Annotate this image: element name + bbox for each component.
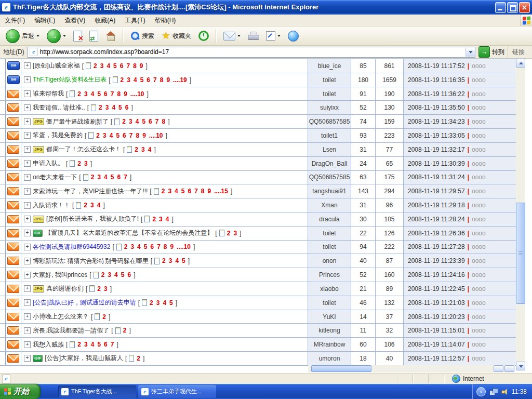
page-link[interactable]: 9 (124, 90, 127, 98)
author-link[interactable]: kitleong (318, 327, 340, 334)
tray-chevron-icon[interactable] (476, 387, 486, 396)
page-link[interactable]: 9 (170, 243, 174, 250)
page-link[interactable]: 5 (113, 62, 117, 70)
expand-toggle[interactable] (24, 132, 31, 139)
page-link[interactable]: 2 (99, 104, 102, 111)
favorites-button[interactable]: ★ 收藏夹 (159, 30, 194, 42)
page-link[interactable]: 6 (104, 341, 108, 348)
last-poster-link[interactable]: oooo (472, 341, 486, 348)
topic-title-link[interactable]: 大家好, 我叫princes (33, 271, 87, 280)
page-link[interactable]: 8 (160, 76, 164, 84)
expand-toggle[interactable] (24, 62, 31, 69)
last-post-time[interactable]: 2008-11-19 11:28:24 (408, 216, 465, 223)
page-link[interactable]: 8 (117, 90, 121, 98)
page-link[interactable]: 2 (94, 62, 97, 70)
page-link[interactable]: 3 (130, 243, 134, 250)
page-link[interactable]: 3 (141, 146, 145, 153)
topic-title-link[interactable]: [公告]大家好，我是山贼新人 (45, 354, 123, 363)
topic-title-link[interactable]: 来索沛玩一年了，离VIP注册也快一年了!!! (33, 187, 148, 196)
page-link[interactable]: 2 (121, 76, 124, 84)
links-bar[interactable]: 链接 (508, 46, 530, 58)
page-link[interactable]: 6 (125, 104, 129, 111)
author-link[interactable]: toilet (323, 90, 336, 98)
page-link[interactable]: 4 (107, 62, 110, 70)
topic-title-link[interactable]: 小博晚上怎么没来？ (33, 312, 89, 321)
last-poster-link[interactable]: oooo (472, 216, 486, 223)
author-link[interactable]: QQ506857585 (309, 118, 350, 125)
last-post-time[interactable]: 2008-11-19 11:22:45 (408, 285, 465, 292)
author-link[interactable]: DragOn_Ball (312, 160, 348, 167)
address-url[interactable]: http://www.sorpack.com/index.asp?boardid… (40, 48, 466, 56)
expand-toggle[interactable] (24, 355, 31, 362)
page-link[interactable]: 3 (104, 285, 108, 292)
page-link[interactable]: 3 (169, 257, 172, 264)
page-link[interactable]: 4 (137, 243, 141, 250)
page-link[interactable]: ....10 (149, 132, 163, 139)
last-post-time[interactable]: 2008-11-19 11:34:23 (408, 118, 465, 125)
page-link[interactable]: 6 (150, 243, 154, 250)
last-poster-link[interactable]: oooo (472, 188, 486, 195)
author-link[interactable]: MRrainbow (314, 341, 345, 348)
last-poster-link[interactable]: oooo (472, 271, 486, 278)
page-link[interactable]: 6 (104, 90, 108, 98)
expand-toggle[interactable] (24, 258, 31, 264)
page-link[interactable]: 9 (142, 132, 146, 139)
expand-toggle[interactable] (24, 174, 31, 181)
page-link[interactable]: 8 (164, 243, 167, 250)
address-input[interactable]: e http://www.sorpack.com/index.asp?board… (28, 47, 475, 58)
page-link[interactable]: 4 (166, 216, 169, 223)
topic-title-link[interactable]: 僵尸最牛逼战绩刷新了 (46, 117, 109, 126)
refresh-button[interactable] (87, 30, 101, 43)
last-poster-link[interactable]: oooo (472, 132, 486, 139)
expand-toggle[interactable] (24, 285, 31, 292)
page-link[interactable]: 2 (123, 327, 127, 334)
mail-dropdown-icon[interactable] (237, 35, 241, 37)
menu-item[interactable]: 查看(V) (60, 16, 90, 25)
last-post-time[interactable]: 2008-11-19 11:23:39 (408, 257, 465, 264)
last-poster-link[interactable]: oooo (472, 62, 486, 70)
author-link[interactable]: toilet (323, 230, 336, 237)
topic-title-link[interactable]: 入队请求！！ (33, 201, 70, 210)
edit-button[interactable] (263, 30, 283, 42)
page-link[interactable]: 4 (110, 132, 113, 139)
last-post-time[interactable]: 2008-11-19 11:17:52 (408, 62, 465, 70)
page-link[interactable]: 9 (166, 76, 170, 84)
expand-toggle[interactable] (24, 118, 31, 125)
horizontal-scrollbar-thumb[interactable] (311, 365, 371, 372)
close-button[interactable] (519, 2, 530, 13)
author-link[interactable]: Xman (321, 202, 337, 209)
last-poster-link[interactable]: oooo (472, 118, 486, 125)
page-link[interactable]: 8 (162, 118, 165, 125)
page-link[interactable]: 6 (147, 76, 150, 84)
page-link[interactable]: 4 (104, 174, 108, 181)
last-post-time[interactable]: 2008-11-19 11:27:28 (408, 243, 465, 250)
page-link[interactable]: 2 (91, 174, 95, 181)
menu-item[interactable]: 工具(T) (120, 16, 150, 25)
page-link[interactable]: 2 (162, 188, 165, 195)
page-link[interactable]: 8 (136, 132, 139, 139)
page-link[interactable]: 5 (118, 104, 122, 111)
taskbar-task-button[interactable]: e张三丰弟子现代生... (138, 385, 216, 398)
expand-toggle[interactable] (24, 76, 31, 83)
author-link[interactable]: QQ506857585 (309, 174, 350, 181)
search-button[interactable]: 搜索 (128, 30, 157, 42)
page-link[interactable]: 5 (97, 90, 101, 98)
menu-item[interactable]: 编辑(E) (30, 16, 60, 25)
topic-title-link[interactable]: 所長,我諗我都要請一請假了 (33, 326, 109, 335)
page-link[interactable]: 7 (129, 132, 133, 139)
page-link[interactable]: ....19 (173, 76, 187, 84)
page-link[interactable]: 6 (149, 118, 152, 125)
page-link[interactable]: 7 (153, 76, 157, 84)
last-post-time[interactable]: 2008-11-19 11:33:05 (408, 132, 465, 139)
author-link[interactable]: xiaobo (320, 285, 338, 292)
page-link[interactable]: 9 (208, 188, 211, 195)
page-link[interactable]: 2 (102, 313, 106, 321)
page-link[interactable]: 5 (97, 341, 101, 348)
topic-title-link[interactable]: [公告]战队已好，测试通过的请去申请 (33, 298, 136, 307)
page-link[interactable]: 2 (150, 299, 153, 307)
page-link[interactable]: 2 (84, 202, 87, 209)
page-link[interactable]: 3 (103, 132, 107, 139)
last-post-time[interactable]: 2008-11-19 11:36:22 (408, 90, 465, 98)
page-link[interactable]: 4 (175, 188, 178, 195)
page-link[interactable]: 3 (100, 62, 104, 70)
